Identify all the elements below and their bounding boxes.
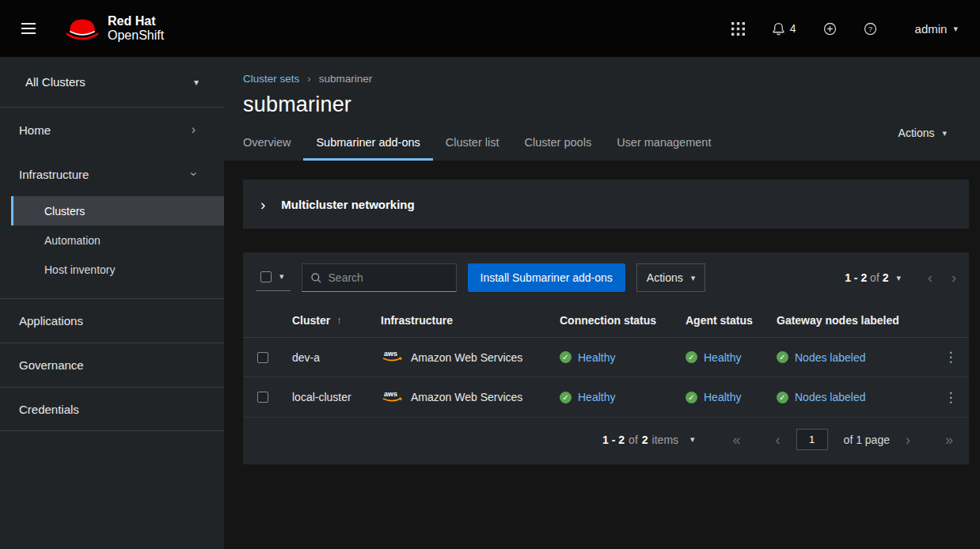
svg-text:aws: aws: [384, 390, 397, 398]
notifications-button[interactable]: 4: [772, 22, 796, 36]
healthy-check-icon: [560, 351, 572, 363]
column-header-infrastructure: Infrastructure: [371, 314, 550, 327]
brand-product: OpenShift: [108, 28, 164, 43]
agent-status-cell: Healthy: [676, 351, 767, 364]
plus-circle-icon: [823, 22, 837, 36]
next-page-button[interactable]: [952, 271, 956, 285]
cluster-switcher-dropdown[interactable]: All Clusters: [0, 57, 224, 108]
cluster-name: dev-a: [283, 351, 371, 364]
row-kebab-menu-button[interactable]: [938, 388, 964, 407]
svg-text:aws: aws: [384, 350, 397, 358]
page-count-label: of 1 page: [844, 434, 890, 446]
pagination-top: 1 - 2 of 2: [845, 271, 956, 285]
per-page-caret-icon: [690, 434, 695, 445]
current-page-input[interactable]: [796, 429, 828, 450]
sidebar-item-host-inventory[interactable]: Host inventory: [11, 255, 224, 284]
pagination-menu-caret-icon[interactable]: [896, 273, 901, 283]
cluster-switcher-label: All Clusters: [25, 75, 85, 89]
next-page-button[interactable]: [906, 433, 910, 447]
search-icon: [310, 272, 322, 284]
table-toolbar: Install Submariner add-ons Actions 1 - 2…: [243, 252, 969, 303]
sidebar-item-governance[interactable]: Governance: [0, 343, 224, 387]
tab-cluster-list[interactable]: Cluster list: [433, 128, 512, 161]
breadcrumb-separator-icon: [307, 73, 310, 85]
row-checkbox[interactable]: [257, 352, 268, 363]
connection-status-link[interactable]: Healthy: [578, 351, 615, 364]
agent-status-link[interactable]: Healthy: [704, 391, 741, 403]
gateway-nodes-cell: Nodes labeled: [767, 391, 933, 403]
connection-status-link[interactable]: Healthy: [578, 391, 615, 403]
infrastructure-cell: aws Amazon Web Services: [371, 348, 550, 366]
select-all-checkbox[interactable]: [260, 271, 272, 282]
multicluster-networking-card: Multicluster networking: [243, 180, 969, 229]
chevron-right-icon: [192, 123, 196, 137]
app-launcher-button[interactable]: [731, 22, 745, 36]
table-header-row: Cluster Infrastructure Connection status…: [243, 303, 969, 338]
sidebar-item-applications[interactable]: Applications: [0, 298, 224, 343]
sidebar-item-clusters[interactable]: Clusters: [11, 196, 224, 225]
networking-card-title: Multicluster networking: [281, 198, 414, 211]
user-menu[interactable]: admin: [915, 22, 958, 36]
apps-grid-icon: [731, 22, 745, 36]
expand-toggle-chevron-icon[interactable]: [260, 197, 265, 212]
bulk-select-dropdown[interactable]: [256, 265, 291, 291]
healthy-check-icon: [560, 392, 572, 403]
redhat-hat-icon: [65, 15, 100, 43]
breadcrumb-cluster-sets-link[interactable]: Cluster sets: [243, 73, 299, 85]
agent-status-link[interactable]: Healthy: [704, 351, 741, 364]
agent-status-cell: Healthy: [676, 391, 767, 403]
tab-cluster-pools[interactable]: Cluster pools: [512, 128, 605, 161]
pagination-summary[interactable]: 1 - 2 of 2 items: [602, 434, 694, 446]
nodes-labeled-link[interactable]: Nodes labeled: [795, 391, 866, 403]
sidebar-group-infrastructure: Infrastructure Clusters Automation Host …: [0, 152, 224, 284]
page-title: submariner: [243, 93, 961, 117]
column-header-connection-status: Connection status: [550, 314, 676, 327]
install-submariner-add-ons-button[interactable]: Install Submariner add-ons: [468, 263, 625, 292]
nav-toggle-button[interactable]: [13, 13, 44, 44]
cluster-name: local-cluster: [283, 391, 371, 403]
column-header-cluster[interactable]: Cluster: [283, 314, 371, 327]
caret-down-icon: [691, 273, 696, 283]
prev-page-button[interactable]: [776, 433, 781, 447]
gateway-nodes-cell: Nodes labeled: [767, 351, 933, 364]
help-button[interactable]: ?: [864, 22, 877, 36]
first-page-button[interactable]: [733, 433, 741, 447]
tab-user-management[interactable]: User management: [604, 128, 724, 161]
notification-count-badge: 4: [790, 22, 796, 35]
nodes-labeled-check-icon: [777, 392, 788, 403]
bell-icon: [772, 22, 785, 36]
redhat-openshift-logo: Red Hat OpenShift: [65, 14, 164, 43]
caret-down-icon: [279, 271, 284, 282]
submariner-table-card: Install Submariner add-ons Actions 1 - 2…: [243, 252, 969, 464]
tab-submariner-add-ons[interactable]: Submariner add-ons: [303, 128, 432, 161]
add-resource-button[interactable]: [823, 22, 837, 36]
last-page-button[interactable]: [945, 433, 953, 447]
sidebar-item-infrastructure[interactable]: Infrastructure: [0, 152, 224, 196]
aws-icon: aws: [381, 388, 405, 407]
infrastructure-subnav: Clusters Automation Host inventory: [11, 196, 224, 284]
page-header: Cluster sets submariner submariner Actio…: [224, 57, 980, 161]
column-header-gateway-nodes: Gateway nodes labeled: [767, 314, 933, 327]
sidebar: All Clusters Home Infrastructure Cluster…: [0, 57, 224, 549]
breadcrumb-current: submariner: [319, 73, 373, 85]
username: admin: [915, 22, 948, 36]
brand-name: Red Hat: [108, 14, 164, 28]
toolbar-actions-dropdown[interactable]: Actions: [636, 263, 705, 292]
tab-overview[interactable]: Overview: [243, 128, 303, 161]
sidebar-item-automation[interactable]: Automation: [11, 225, 224, 255]
prev-page-button[interactable]: [928, 271, 933, 285]
search-input[interactable]: [329, 271, 448, 284]
question-circle-icon: ?: [864, 22, 877, 36]
healthy-check-icon: [686, 351, 697, 363]
page-actions-dropdown[interactable]: Actions: [898, 127, 947, 139]
sidebar-item-credentials[interactable]: Credentials: [0, 387, 224, 431]
connection-status-cell: Healthy: [550, 351, 676, 364]
chevron-down-icon: [192, 167, 196, 181]
row-kebab-menu-button[interactable]: [938, 347, 964, 367]
row-checkbox[interactable]: [257, 392, 268, 403]
svg-text:?: ?: [868, 24, 872, 32]
nodes-labeled-link[interactable]: Nodes labeled: [795, 351, 866, 364]
pagination-total: 2: [883, 271, 889, 284]
sidebar-item-home[interactable]: Home: [0, 108, 224, 152]
pagination-controls: of 1 page: [733, 429, 953, 450]
